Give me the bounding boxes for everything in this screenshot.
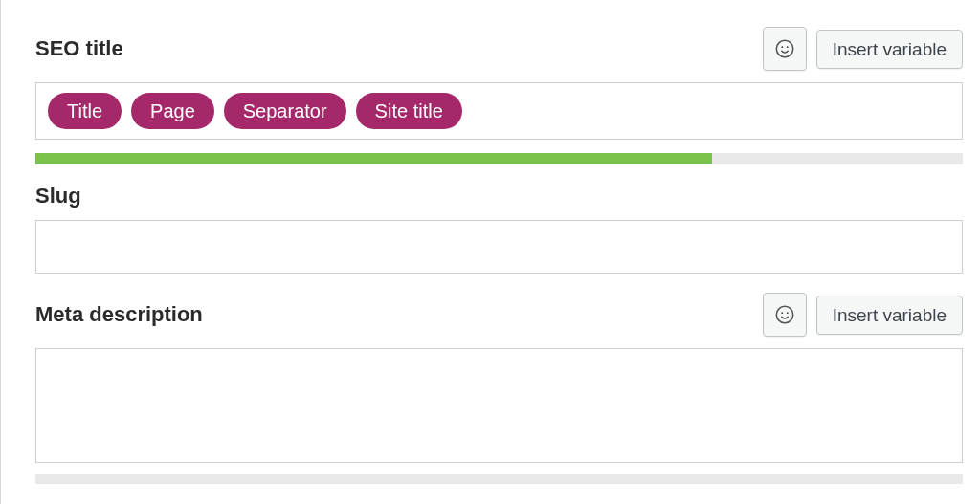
variable-token[interactable]: Page — [131, 93, 214, 129]
seo-title-input[interactable]: TitlePageSeparatorSite title — [35, 82, 963, 140]
seo-title-progress-track — [35, 153, 963, 164]
seo-title-actions: Insert variable — [763, 27, 963, 71]
meta-description-input[interactable] — [35, 348, 963, 463]
svg-point-0 — [776, 40, 792, 56]
svg-point-2 — [786, 46, 788, 48]
meta-description-actions: Insert variable — [763, 293, 963, 337]
meta-description-progress-track — [35, 474, 963, 484]
svg-point-5 — [786, 312, 788, 314]
slug-input[interactable] — [35, 220, 963, 274]
seo-title-field: SEO title Insert variable TitlePageSepar… — [35, 27, 963, 164]
slug-field: Slug — [35, 184, 963, 274]
smiley-icon — [774, 38, 795, 59]
smiley-icon — [774, 304, 795, 325]
meta-description-label: Meta description — [35, 302, 203, 327]
svg-point-4 — [781, 312, 783, 314]
seo-title-header: SEO title Insert variable — [35, 27, 963, 71]
meta-description-field: Meta description Insert variable — [35, 293, 963, 484]
insert-variable-button[interactable]: Insert variable — [816, 296, 963, 335]
variable-token[interactable]: Title — [48, 93, 122, 129]
slug-label: Slug — [35, 184, 963, 208]
insert-variable-button[interactable]: Insert variable — [816, 30, 963, 69]
svg-point-3 — [776, 306, 792, 322]
snippet-editor-panel: SEO title Insert variable TitlePageSepar… — [0, 0, 980, 504]
emoji-picker-button[interactable] — [763, 27, 807, 71]
meta-description-header: Meta description Insert variable — [35, 293, 963, 337]
emoji-picker-button[interactable] — [763, 293, 807, 337]
variable-token[interactable]: Separator — [224, 93, 346, 129]
seo-title-label: SEO title — [35, 36, 123, 61]
svg-point-1 — [781, 46, 783, 48]
variable-token[interactable]: Site title — [356, 93, 462, 129]
seo-title-progress-fill — [35, 153, 712, 164]
